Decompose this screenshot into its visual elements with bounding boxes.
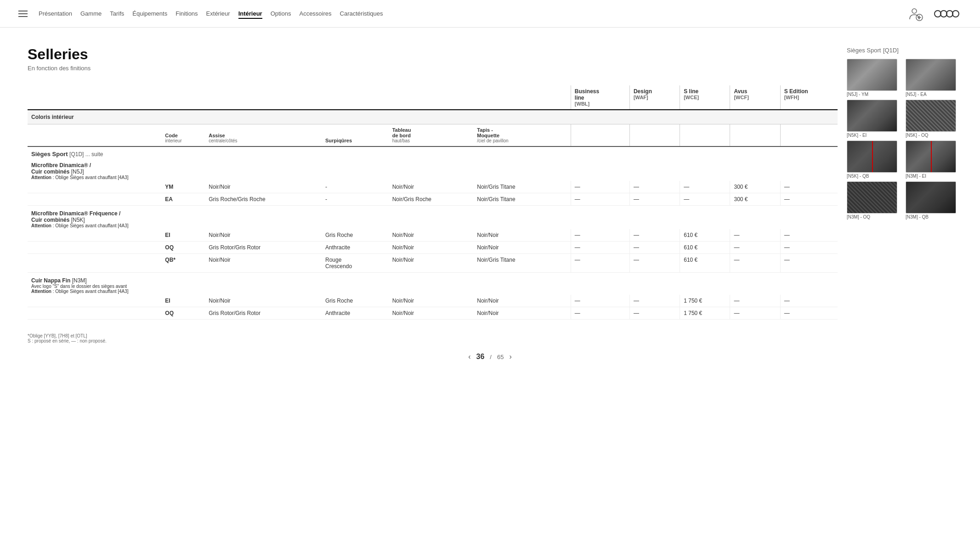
cell-assise: Gris Rotor/Gris Rotor xyxy=(205,242,322,254)
cell-tableau: Noir/Gris Roche xyxy=(389,193,474,206)
seat-img-n5k-qb xyxy=(847,141,897,173)
nav-interieur[interactable]: Intérieur xyxy=(238,10,262,19)
nav-presentation[interactable]: Présentation xyxy=(39,10,72,17)
cell-product xyxy=(28,307,161,320)
col-spacer xyxy=(557,124,571,147)
cell-f3: 1 750 € xyxy=(680,307,730,320)
row-n5j-ea: EA Gris Roche/Gris Roche - Noir/Gris Roc… xyxy=(28,193,838,206)
col-code: Code interieur xyxy=(161,124,205,147)
cell-spacer xyxy=(557,254,571,273)
subgroup-n5j-name: Microfibre Dinamica® / xyxy=(31,162,834,169)
next-page-button[interactable]: › xyxy=(509,353,511,361)
cell-surpiqures: Gris Roche xyxy=(322,295,389,307)
finition-business-line: Businessline [WBL] xyxy=(571,85,629,110)
col-tableau: Tableau de bord haut/bas xyxy=(389,124,474,147)
seat-item-n5k-ei: [N5K] - EI xyxy=(847,100,903,138)
cell-f2: — xyxy=(629,181,680,193)
col-header-row: Code interieur Assise centrale/côtés Sur… xyxy=(28,124,838,147)
nav-options[interactable]: Options xyxy=(271,10,291,17)
cell-f5: — xyxy=(780,181,838,193)
page-subtitle: En fonction des finitions xyxy=(28,65,838,72)
nav-finitions[interactable]: Finitions xyxy=(176,10,198,17)
nav-tarifs[interactable]: Tarifs xyxy=(110,10,124,17)
subgroup-n3m-attention: Attention : Oblige Sièges avant chauffan… xyxy=(31,289,834,294)
col-f3 xyxy=(680,124,730,147)
prev-page-button[interactable]: ‹ xyxy=(468,353,470,361)
seat-label-n5k-qb: [N5K] - QB xyxy=(847,174,903,179)
subgroup-n5j-attention: Attention : Oblige Sièges avant chauffan… xyxy=(31,175,834,180)
coloris-header-row: Coloris intérieur xyxy=(28,110,838,124)
col-tapis: Tapis - Moquette /ciel de pavillon xyxy=(473,124,557,147)
cell-code: QB* xyxy=(161,254,205,273)
seat-label-n3m-ei: [N3M] - EI xyxy=(906,174,962,179)
cell-f2: — xyxy=(629,229,680,242)
col-f1 xyxy=(571,124,629,147)
finition-avus: Avus [WCF] xyxy=(730,85,780,110)
seat-item-n3m-ei: [N3M] - EI xyxy=(906,141,962,179)
nav-right xyxy=(906,5,962,23)
selleries-table: Businessline [WBL] Design [WAF] S line [… xyxy=(28,85,838,320)
table-container: Businessline [WBL] Design [WAF] S line [… xyxy=(28,85,838,320)
cell-surpiqures: Gris Roche xyxy=(322,229,389,242)
col-f4 xyxy=(730,124,780,147)
cell-tableau: Noir/Noir xyxy=(389,229,474,242)
cell-f5: — xyxy=(780,295,838,307)
cell-spacer xyxy=(557,307,571,320)
cell-f5: — xyxy=(780,193,838,206)
seat-item-n5k-qb: [N5K] - QB xyxy=(847,141,903,179)
cell-f3: 1 750 € xyxy=(680,295,730,307)
cell-assise: Noir/Noir xyxy=(205,254,322,273)
cell-assise: Noir/Noir xyxy=(205,181,322,193)
subgroup-n3m-name: Cuir Nappa Fin [N3M] xyxy=(31,277,834,284)
subgroup-n5k-name2: Cuir combinés [N5K] xyxy=(31,217,834,223)
nav-left: Présentation Gamme Tarifs Équipements Fi… xyxy=(18,10,383,17)
nav-equipements[interactable]: Équipements xyxy=(132,10,167,17)
cell-assise: Noir/Noir xyxy=(205,229,322,242)
cell-spacer xyxy=(557,229,571,242)
hamburger-menu[interactable] xyxy=(18,11,28,17)
seat-label-n5k-oq: [N5K] - OQ xyxy=(906,133,962,138)
image-grid: [N5J] - YM [N5J] - EA [N5K] - EI [N5K] -… xyxy=(847,59,962,219)
seat-label-n5j-ym: [N5J] - YM xyxy=(847,92,903,97)
nav-exterieur[interactable]: Extérieur xyxy=(206,10,230,17)
cell-f1: — xyxy=(571,242,629,254)
cell-f1: — xyxy=(571,193,629,206)
sidebar-title: Sièges Sport [Q1D] xyxy=(847,46,962,54)
cell-f3: 610 € xyxy=(680,242,730,254)
main-content: Selleries En fonction des finitions Busi… xyxy=(0,28,980,329)
user-icon[interactable] xyxy=(906,5,925,23)
nav-caracteristiques[interactable]: Caractéristiques xyxy=(340,10,383,17)
subgroup-n3m-header: Cuir Nappa Fin [N3M] Avec logo "S" dans … xyxy=(28,273,838,295)
cell-f1: — xyxy=(571,295,629,307)
cell-spacer xyxy=(557,295,571,307)
subgroup-n5j-header: Microfibre Dinamica® / Cuir combinés [N5… xyxy=(28,159,838,181)
page-total: / xyxy=(490,354,492,360)
seat-label-n3m-oq: [N3M] - OQ xyxy=(847,214,903,219)
cell-f4: — xyxy=(730,242,780,254)
svg-point-0 xyxy=(912,9,917,13)
row-n5k-qb: QB* Noir/Noir RougeCrescendo Noir/Noir N… xyxy=(28,254,838,273)
current-page: 36 xyxy=(476,353,485,361)
nav-gamme[interactable]: Gamme xyxy=(80,10,102,17)
svg-point-4 xyxy=(946,11,953,17)
finition-header-row: Businessline [WBL] Design [WAF] S line [… xyxy=(28,85,838,110)
cell-f4: — xyxy=(730,295,780,307)
cell-product xyxy=(28,229,161,242)
row-n5k-ei: EI Noir/Noir Gris Roche Noir/Noir Noir/N… xyxy=(28,229,838,242)
cell-f2: — xyxy=(629,193,680,206)
cell-surpiqures: - xyxy=(322,193,389,206)
cell-code: YM xyxy=(161,181,205,193)
svg-point-5 xyxy=(952,11,959,17)
cell-tapis: Noir/Noir xyxy=(473,229,557,242)
cell-f1: — xyxy=(571,254,629,273)
cell-product xyxy=(28,181,161,193)
cell-f5: — xyxy=(780,307,838,320)
row-n5k-oq: OQ Gris Rotor/Gris Rotor Anthracite Noir… xyxy=(28,242,838,254)
cell-tapis: Noir/Noir xyxy=(473,242,557,254)
seat-label-n3m-qb: [N3M] - QB xyxy=(906,214,962,219)
footer-notes: *Oblige [YYB], [7H8] et [OTL] S : propos… xyxy=(0,329,980,348)
cell-tableau: Noir/Noir xyxy=(389,242,474,254)
nav-accessoires[interactable]: Accessoires xyxy=(299,10,331,17)
subgroup-n3m-note: Avec logo "S" dans le dossier des sièges… xyxy=(31,284,834,289)
finition-design: Design [WAF] xyxy=(629,85,680,110)
